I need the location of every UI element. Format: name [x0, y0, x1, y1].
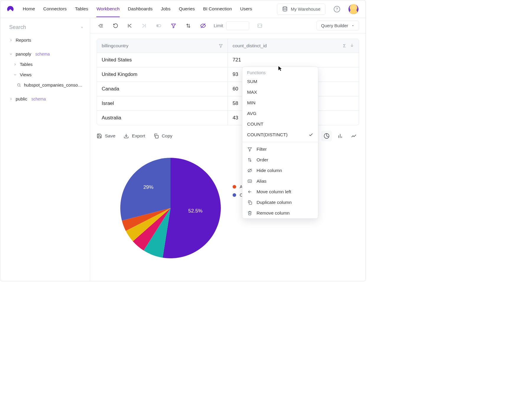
order-icon [247, 157, 252, 163]
nav-bi-connection[interactable]: BI Connection [203, 1, 232, 17]
svg-rect-28 [249, 202, 252, 204]
check-icon [309, 132, 313, 137]
back-to-start-icon[interactable] [126, 22, 134, 30]
filter-icon[interactable] [169, 22, 178, 30]
header-count-label: count_distinct_id [233, 43, 267, 48]
table-row[interactable]: United States721 [97, 53, 359, 67]
column-action-hide-column[interactable]: Hide column [242, 165, 318, 176]
search-input[interactable] [9, 24, 78, 31]
search-icon[interactable] [81, 25, 83, 30]
undo-icon[interactable] [111, 22, 120, 30]
tree-view-item-label: hubspot_companies_conso… [24, 82, 82, 87]
warehouse-button[interactable]: My Warehouse [277, 4, 325, 15]
nav-jobs[interactable]: Jobs [161, 1, 171, 17]
results-panel: billingcountry count_distinct_id Σ Unite… [90, 33, 366, 125]
pie-icon [324, 133, 330, 139]
table-row[interactable]: Israel58 [97, 96, 359, 111]
column-action-label: Remove column [257, 210, 290, 216]
nav-tables[interactable]: Tables [75, 1, 88, 17]
tree-views[interactable]: Views [0, 69, 90, 80]
column-action-remove-column[interactable]: Remove column [242, 208, 318, 218]
export-icon [124, 133, 129, 139]
chart-pie-toggle[interactable] [321, 131, 332, 141]
tree-public[interactable]: public schema [0, 94, 90, 104]
cell-country: United States [97, 53, 228, 67]
svg-line-4 [20, 86, 21, 87]
alias-icon: 99 [247, 178, 252, 184]
chevron-down-icon [13, 73, 17, 77]
table-row[interactable]: Australia43 [97, 111, 359, 125]
avatar[interactable] [348, 4, 359, 14]
column-action-duplicate-column[interactable]: Duplicate column [242, 197, 318, 208]
function-item-min[interactable]: MIN [242, 98, 318, 108]
function-item-count-distinct-[interactable]: COUNT(DISTINCT) [242, 129, 318, 140]
warehouse-label: My Warehouse [291, 7, 320, 12]
results-toolbar: Limit Query Builder [90, 18, 366, 33]
function-item-avg[interactable]: AVG [242, 108, 318, 119]
svg-marker-15 [219, 44, 223, 48]
toggle-icon[interactable] [155, 22, 163, 30]
chevron-down-icon [351, 24, 355, 27]
column-action-label: Duplicate column [257, 200, 292, 205]
limit-input[interactable] [226, 21, 249, 30]
bar-icon [337, 133, 343, 139]
help-icon[interactable]: ? [334, 6, 340, 12]
function-item-count[interactable]: COUNT [242, 119, 318, 129]
move-column-left-icon [247, 189, 252, 194]
copy-button[interactable]: Copy [153, 133, 172, 139]
function-label: COUNT [247, 121, 263, 127]
duplicate-column-icon [247, 200, 252, 205]
column-action-move-column-left[interactable]: Move column left [242, 186, 318, 197]
hide-icon[interactable] [199, 22, 207, 30]
column-action-filter[interactable]: Filter [242, 144, 318, 155]
chart-area: 52.5%29% AustraliaOther [90, 143, 366, 264]
primary-nav: Home Connectors Tables Workbench Dashboa… [23, 1, 252, 17]
column-action-order[interactable]: Order [242, 155, 318, 165]
tree-views-label: Views [20, 72, 32, 77]
function-item-sum[interactable]: SUM [242, 76, 318, 87]
chart-line-toggle[interactable] [348, 131, 359, 141]
nav-connectors[interactable]: Connectors [43, 1, 66, 17]
table-row[interactable]: United Kingdom93 [97, 67, 359, 82]
column-filter-icon[interactable] [219, 44, 223, 48]
tree-reports-label: Reports [16, 38, 31, 43]
chevron-right-icon [9, 97, 13, 101]
pie-chart[interactable]: 52.5%29% [120, 158, 221, 258]
svg-rect-18 [155, 135, 158, 138]
tree-tables[interactable]: Tables [0, 59, 90, 69]
save-button[interactable]: Save [97, 133, 115, 139]
function-label: SUM [247, 79, 257, 84]
nav-queries[interactable]: Queries [179, 1, 195, 17]
sidebar: Reports panoply schema Tables Views hubs… [0, 18, 90, 281]
table-row[interactable]: Canada60 [97, 82, 359, 96]
query-builder-button[interactable]: Query Builder [317, 21, 359, 30]
tree-view-item[interactable]: hubspot_companies_conso… [0, 80, 90, 90]
function-item-max[interactable]: MAX [242, 87, 318, 98]
copy-label: Copy [162, 133, 172, 139]
export-button[interactable]: Export [124, 133, 145, 139]
sort-icon[interactable] [184, 22, 192, 30]
column-sort-down-icon[interactable] [350, 43, 354, 48]
pie-slice-united-states[interactable] [163, 158, 221, 258]
svg-line-2 [82, 27, 82, 28]
header-count-distinct-id[interactable]: count_distinct_id Σ [228, 39, 359, 53]
tree-reports[interactable]: Reports [0, 35, 90, 45]
remove-column-icon [247, 210, 252, 216]
svg-marker-12 [171, 24, 176, 28]
nav-users[interactable]: Users [240, 1, 252, 17]
column-action-label: Order [257, 157, 268, 163]
svg-point-11 [157, 25, 158, 26]
sql-icon[interactable] [256, 22, 264, 30]
nav-workbench[interactable]: Workbench [96, 1, 119, 17]
nav-home[interactable]: Home [23, 1, 35, 17]
column-sigma-icon[interactable]: Σ [343, 43, 346, 48]
hide-column-icon [247, 168, 252, 173]
header-billingcountry[interactable]: billingcountry [97, 39, 228, 53]
tree-panoply[interactable]: panoply schema [0, 49, 90, 59]
column-action-alias[interactable]: 99Alias [242, 176, 318, 186]
outdent-icon[interactable] [97, 22, 105, 30]
chart-bar-toggle[interactable] [335, 131, 346, 141]
nav-dashboards[interactable]: Dashboards [128, 1, 153, 17]
brand-logo[interactable] [6, 5, 14, 13]
forward-to-end-icon[interactable] [140, 22, 148, 30]
